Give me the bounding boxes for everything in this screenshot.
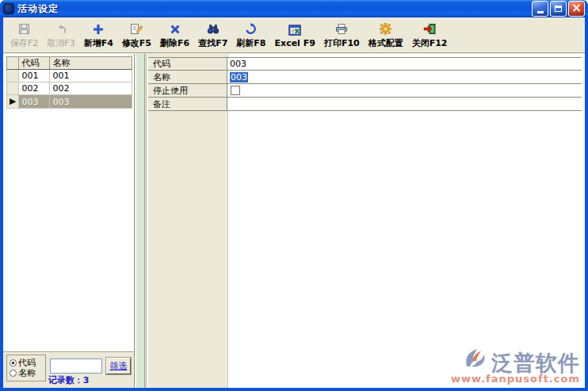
column-header-name[interactable]: 名称 — [50, 57, 132, 70]
cell-name[interactable]: 003 — [50, 95, 132, 109]
filter-button[interactable]: 筛选 — [106, 358, 131, 374]
form-row-code: 代码 003 — [148, 57, 582, 71]
cell-code[interactable]: 002 — [19, 82, 50, 95]
exit-door-icon — [423, 22, 437, 36]
vendor-logo-icon — [464, 347, 489, 374]
vendor-logo-text: 泛普软件 — [491, 352, 580, 374]
toolbar: 保存F2 取消F3 新增F4 修改F5 — [3, 17, 585, 53]
form-row-stop-use: 停止使用 — [148, 84, 582, 98]
code-field[interactable]: 003 — [227, 58, 582, 70]
vendor-watermark: 泛普软件 www.fanpusoft.com — [451, 347, 580, 385]
close-icon: × — [571, 2, 582, 14]
edit-icon — [130, 22, 143, 36]
minimize-button[interactable] — [532, 1, 548, 17]
minimize-icon — [537, 11, 544, 13]
detail-form: 代码 003 名称 003 停止使用 — [148, 57, 582, 111]
record-list-panel: 代码 名称 001 001 002 002 ▶ — [3, 54, 135, 388]
excel-button[interactable]: Excel F9 — [272, 21, 319, 49]
close-form-button[interactable]: 关闭F12 — [409, 21, 451, 50]
save-button[interactable]: 保存F2 — [7, 21, 41, 50]
cell-code[interactable]: 003 — [19, 95, 50, 109]
row-selector-header — [7, 57, 19, 70]
add-icon — [93, 22, 104, 36]
window-content: 保存F2 取消F3 新增F4 修改F5 — [3, 17, 585, 388]
record-count-label: 记录数：3 — [3, 374, 134, 386]
name-field[interactable]: 003 — [227, 71, 582, 83]
format-config-button[interactable]: 格式配置 — [365, 21, 407, 50]
form-row-name: 名称 003 — [148, 71, 582, 84]
excel-icon — [288, 23, 301, 37]
save-icon — [18, 22, 30, 36]
cell-name[interactable]: 001 — [50, 70, 132, 82]
table-row-selected[interactable]: ▶ 003 003 — [7, 95, 132, 109]
detail-form-panel: 代码 003 名称 003 停止使用 — [146, 54, 585, 388]
print-button[interactable]: 打印F10 — [321, 21, 363, 50]
stop-use-checkbox[interactable] — [231, 86, 240, 95]
filter-bar: 代码 名称 筛选 记录数：3 — [3, 351, 134, 388]
close-button[interactable]: × — [568, 1, 585, 17]
window-title: 活动设定 — [17, 2, 530, 16]
field-label-code: 代码 — [148, 58, 227, 70]
refresh-button[interactable]: 刷新F8 — [233, 21, 269, 50]
table-row[interactable]: 001 001 — [7, 70, 132, 82]
filter-input[interactable] — [50, 358, 102, 374]
add-button[interactable]: 新增F4 — [81, 21, 116, 50]
cancel-button[interactable]: 取消F3 — [44, 21, 78, 50]
field-label-remarks: 备注 — [148, 98, 227, 110]
binoculars-icon — [206, 22, 220, 36]
name-value-selected: 003 — [230, 72, 248, 82]
undo-icon — [55, 22, 67, 36]
field-label-name: 名称 — [148, 71, 227, 83]
form-row-remarks: 备注 — [148, 98, 582, 111]
table-row[interactable]: 002 002 — [7, 82, 132, 95]
stop-use-field — [227, 84, 582, 97]
grid-header-row: 代码 名称 — [7, 57, 132, 70]
records-grid: 代码 名称 001 001 002 002 ▶ — [6, 56, 132, 109]
radio-code-icon[interactable] — [10, 359, 17, 366]
column-header-code[interactable]: 代码 — [19, 57, 50, 70]
title-bar: 活动设定 × — [0, 0, 588, 17]
row-selector — [7, 70, 19, 82]
cell-code[interactable]: 001 — [19, 70, 50, 82]
app-window: 活动设定 × 保存F2 取消F3 新增 — [0, 0, 588, 391]
delete-icon — [170, 22, 181, 36]
find-button[interactable]: 查找F7 — [195, 21, 231, 50]
panel-splitter[interactable] — [136, 54, 145, 388]
printer-icon — [335, 22, 348, 36]
maximize-icon — [555, 6, 562, 12]
gear-icon — [380, 22, 391, 36]
code-value: 003 — [230, 59, 246, 69]
main-area: 代码 名称 001 001 002 002 ▶ — [3, 54, 585, 388]
remarks-field[interactable] — [227, 98, 582, 110]
row-selector — [7, 82, 19, 95]
row-selector-current: ▶ — [7, 95, 19, 109]
refresh-icon — [245, 22, 257, 36]
field-label-stop-use: 停止使用 — [148, 84, 227, 97]
maximize-button[interactable] — [550, 1, 567, 17]
cell-name[interactable]: 002 — [50, 82, 132, 95]
delete-button[interactable]: 删除F6 — [157, 21, 193, 50]
window-icon — [3, 3, 14, 14]
modify-button[interactable]: 修改F5 — [119, 21, 155, 50]
vendor-url: www.fanpusoft.com — [451, 374, 580, 385]
radio-option-code[interactable]: 代码 — [10, 358, 45, 368]
